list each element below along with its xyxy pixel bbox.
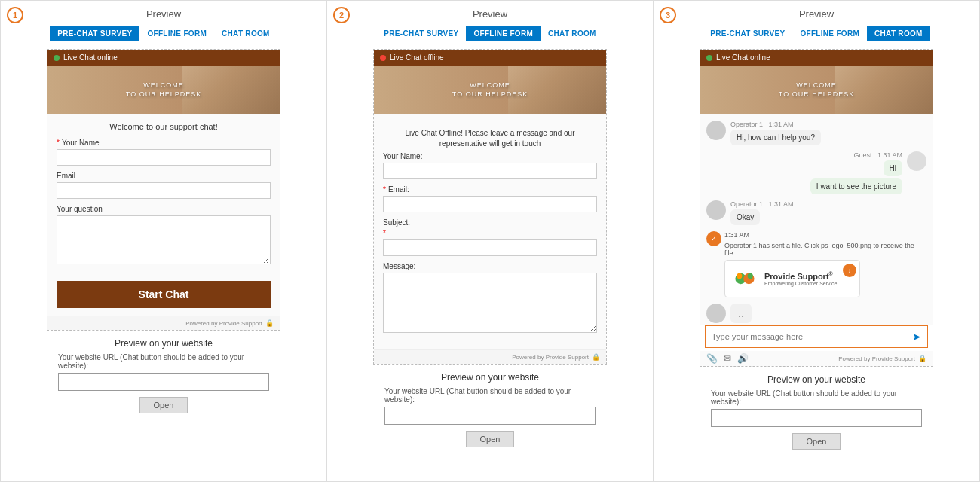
check-icon: ✓ — [706, 231, 721, 246]
toolbar-icons-3: 📎 ✉ 🔊 — [706, 353, 749, 364]
start-chat-button-1[interactable]: Start Chat — [57, 281, 271, 308]
widget-banner-1: WELCOME TO OUR HELPDESK — [47, 66, 280, 114]
msg-meta-operator-1: Operator 1 1:31 AM — [730, 120, 926, 128]
name-field-group-2: Your Name: — [383, 152, 597, 179]
msg-bubble-guest-2: I want to see the picture — [810, 178, 902, 194]
file-msg-time: 1:31 AM — [724, 231, 926, 239]
preview-website-label-2: Preview on your website — [333, 372, 647, 383]
email-input-2[interactable] — [383, 196, 597, 212]
widget-header-1: Live Chat online — [47, 50, 280, 66]
provide-support-logo[interactable]: Provide Support® Empowering Customer Ser… — [724, 260, 860, 297]
avatar-operator-2 — [706, 200, 726, 220]
subject-label-2: Subject: — [383, 218, 597, 227]
subject-field-group-2: Subject: * — [383, 218, 597, 256]
ps-text-content: Provide Support® Empowering Customer Ser… — [764, 271, 837, 287]
lock-icon-3: 🔒 — [918, 355, 926, 362]
msg-bubble-operator-1: Hi, how can I help you? — [730, 130, 821, 145]
tab-pre-chat-survey-3[interactable]: PRE-CHAT SURVEY — [703, 26, 792, 41]
msg-meta-operator-2: Operator 1 1:31 AM — [730, 200, 926, 208]
file-msg-content: 1:31 AM Operator 1 has sent a file. Clic… — [724, 231, 926, 297]
subject-required-2: * — [383, 229, 597, 237]
tab-offline-form-2[interactable]: OFFLINE FORM — [466, 26, 541, 41]
question-textarea-1[interactable] — [57, 215, 271, 264]
name-input-1[interactable] — [57, 149, 271, 166]
attachment-icon[interactable]: 📎 — [706, 353, 718, 364]
chat-messages-3: Operator 1 1:31 AM Hi, how can I help yo… — [700, 114, 933, 325]
url-input-3[interactable] — [711, 409, 922, 427]
preview-label-1: Preview — [146, 8, 181, 20]
email-field-group-1: Email — [57, 172, 271, 199]
chat-message-input[interactable] — [706, 326, 906, 347]
tab-pre-chat-survey-1[interactable]: PRE-CHAT SURVEY — [50, 26, 139, 41]
email-icon[interactable]: ✉ — [724, 353, 731, 364]
status-text-1: Live Chat online — [63, 53, 118, 62]
status-dot-3 — [706, 55, 712, 61]
subject-input-2[interactable] — [383, 239, 597, 256]
open-button-1[interactable]: Open — [139, 397, 188, 413]
panel-number-2: 2 — [333, 7, 350, 23]
status-dot-1 — [54, 55, 60, 61]
powered-by-3: Powered by Provide Support 🔒 — [838, 355, 926, 362]
chat-widget-2: Live Chat offline WELCOME TO OUR HELPDES… — [373, 49, 607, 365]
bottom-section-3: Preview on your website Your website URL… — [660, 374, 973, 450]
powered-by-text-3: Powered by Provide Support — [838, 355, 915, 362]
url-input-1[interactable] — [58, 373, 269, 391]
msg-bubble-guest-1: Hi — [884, 160, 902, 176]
powered-by-text-2: Powered by Provide Support — [512, 354, 589, 361]
email-input-1[interactable] — [57, 182, 271, 199]
preview-label-3: Preview — [799, 8, 834, 20]
required-star-email-2: * — [383, 185, 386, 194]
widget-body-2: Live Chat Offline! Please leave a messag… — [374, 114, 606, 349]
tab-offline-form-3[interactable]: OFFLINE FORM — [792, 26, 867, 41]
avatar-guest-1 — [907, 151, 926, 171]
powered-by-text-1: Powered by Provide Support — [185, 320, 262, 327]
question-field-group-1: Your question — [57, 205, 271, 267]
banner-line2-2: TO OUR HELPDESK — [452, 90, 528, 99]
chat-toolbar-3: 📎 ✉ 🔊 Powered by Provide Support 🔒 — [700, 351, 933, 366]
name-input-2[interactable] — [383, 163, 597, 179]
panel-3: 3 Preview PRE-CHAT SURVEY OFFLINE FORM C… — [654, 0, 980, 482]
required-star-1: * — [57, 139, 60, 147]
question-label-1: Your question — [57, 205, 271, 213]
name-field-group-1: *Your Name — [57, 139, 271, 166]
open-button-3[interactable]: Open — [792, 433, 841, 450]
send-button-3[interactable]: ➤ — [906, 326, 927, 347]
lock-icon-2: 🔒 — [592, 353, 600, 361]
status-text-2: Live Chat offline — [390, 53, 444, 62]
widget-header-3: Live Chat online — [700, 50, 933, 66]
powered-by-1: Powered by Provide Support 🔒 — [47, 316, 280, 330]
download-icon[interactable]: ↓ — [843, 264, 856, 277]
welcome-text-1: Welcome to our support chat! — [57, 122, 271, 131]
powered-by-2: Powered by Provide Support 🔒 — [374, 349, 606, 364]
lock-icon-1: 🔒 — [265, 319, 274, 327]
status-text-3: Live Chat online — [716, 53, 770, 62]
msg-bubble-operator-2: Okay — [730, 209, 760, 225]
preview-label-2: Preview — [473, 8, 507, 20]
tab-chat-room-3[interactable]: CHAT ROOM — [867, 26, 930, 41]
ps-logo-svg — [731, 265, 758, 292]
widget-header-2: Live Chat offline — [374, 50, 606, 66]
svg-point-3 — [748, 273, 753, 279]
open-button-2[interactable]: Open — [466, 431, 515, 447]
banner-line2-1: TO OUR HELPDESK — [126, 90, 201, 99]
tab-chat-room-1[interactable]: CHAT ROOM — [214, 26, 277, 41]
msg-content-operator-2: Operator 1 1:31 AM Okay — [730, 200, 926, 225]
avatar-operator-1 — [706, 120, 726, 140]
message-textarea-2[interactable] — [383, 273, 597, 333]
sound-icon[interactable]: 🔊 — [737, 353, 749, 364]
message-row-operator-1: Operator 1 1:31 AM Hi, how can I help yo… — [706, 120, 926, 145]
widget-body-1: Welcome to our support chat! *Your Name … — [47, 114, 280, 316]
bottom-section-1: Preview on your website Your website URL… — [7, 338, 320, 413]
tab-offline-form-1[interactable]: OFFLINE FORM — [139, 26, 214, 41]
banner-text-1: WELCOME TO OUR HELPDESK — [126, 81, 201, 99]
url-label-1: Your website URL (Chat button should be … — [58, 353, 269, 370]
tabs-2: PRE-CHAT SURVEY OFFLINE FORM CHAT ROOM — [376, 26, 603, 41]
url-input-2[interactable] — [384, 407, 596, 425]
message-row-typing: .. — [706, 304, 926, 323]
offline-text-2: Live Chat Offline! Please leave a messag… — [383, 122, 597, 152]
chat-widget-3: Live Chat online WELCOME TO OUR HELPDESK… — [700, 49, 933, 367]
tab-pre-chat-survey-2[interactable]: PRE-CHAT SURVEY — [376, 26, 466, 41]
tab-chat-room-2[interactable]: CHAT ROOM — [541, 26, 604, 41]
preview-website-label-1: Preview on your website — [7, 338, 320, 349]
msg-content-operator-1: Operator 1 1:31 AM Hi, how can I help yo… — [730, 120, 926, 145]
